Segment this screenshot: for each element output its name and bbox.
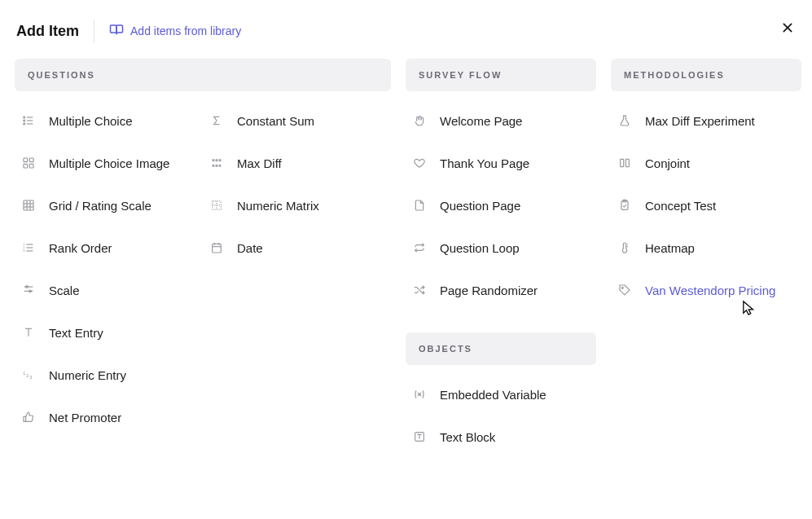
item-label: Multiple Choice: [49, 114, 133, 128]
svg-point-2: [24, 117, 25, 118]
numbers-icon: 123: [21, 367, 36, 382]
item-label: Concept Test: [645, 199, 716, 213]
questions-right-col: Constant Sum Max Diff Numeric Matrix: [203, 99, 391, 438]
flow-list: Welcome Page Thank You Page Question Pag…: [406, 99, 596, 311]
item-page-randomizer[interactable]: Page Randomizer: [406, 269, 596, 311]
item-max-diff[interactable]: Max Diff: [203, 142, 391, 184]
item-numeric-matrix[interactable]: Numeric Matrix: [203, 184, 391, 227]
modal-header: Add Item Add items from library: [0, 0, 812, 59]
svg-rect-9: [29, 158, 33, 162]
item-rank-order[interactable]: 123 Rank Order: [15, 227, 203, 269]
flask-icon: [617, 113, 632, 128]
item-numeric-entry[interactable]: 123 Numeric Entry: [15, 354, 203, 396]
item-scale[interactable]: Scale: [15, 269, 203, 311]
columns-container: QUESTIONS Multiple Choice Multiple Choic…: [0, 59, 812, 458]
svg-point-35: [213, 165, 214, 166]
close-button[interactable]: [779, 21, 796, 37]
modal-title: Add Item: [16, 23, 79, 40]
columns-icon: [617, 156, 632, 170]
image-grid-icon: [21, 156, 36, 170]
svg-rect-51: [625, 159, 629, 166]
grid-icon: [21, 198, 36, 213]
questions-header: QUESTIONS: [15, 59, 391, 91]
item-label: Embedded Variable: [440, 388, 546, 402]
item-label: Numeric Matrix: [237, 199, 319, 213]
thumbs-up-icon: [21, 410, 36, 424]
svg-point-6: [24, 123, 25, 125]
item-label: Question Page: [440, 199, 520, 213]
item-van-westendorp[interactable]: Van Westendorp Pricing: [611, 269, 801, 311]
compare-icon: [209, 156, 224, 170]
svg-rect-12: [24, 200, 33, 210]
sigma-icon: [209, 113, 224, 128]
page-icon: [412, 198, 427, 213]
item-thank-you-page[interactable]: Thank You Page: [406, 142, 596, 184]
item-label: Scale: [49, 284, 80, 297]
heart-icon: [412, 156, 427, 170]
item-date[interactable]: Date: [203, 227, 391, 269]
item-label: Constant Sum: [237, 114, 314, 128]
questions-grid: Multiple Choice Multiple Choice Image Gr…: [15, 99, 391, 438]
variable-icon: [412, 387, 427, 402]
list-check-icon: [21, 113, 36, 128]
item-welcome-page[interactable]: Welcome Page: [406, 99, 596, 142]
objects-list: Embedded Variable Text Block: [406, 373, 596, 458]
flow-header: SURVEY FLOW: [406, 59, 596, 91]
item-multiple-choice-image[interactable]: Multiple Choice Image: [15, 142, 203, 184]
svg-rect-50: [621, 159, 624, 166]
item-text-entry[interactable]: Text Entry: [15, 311, 203, 354]
item-label: Numeric Entry: [49, 368, 126, 382]
price-tag-icon: [617, 283, 632, 297]
ordered-list-icon: 123: [21, 240, 36, 255]
item-label: Date: [237, 241, 263, 255]
item-heatmap[interactable]: Heatmap: [611, 227, 801, 269]
header-divider: [94, 20, 94, 42]
svg-point-36: [216, 165, 217, 166]
item-label: Net Promoter: [49, 411, 121, 424]
item-question-page[interactable]: Question Page: [406, 184, 596, 227]
item-label: Van Westendorp Pricing: [645, 284, 775, 297]
item-net-promoter[interactable]: Net Promoter: [15, 396, 203, 438]
item-label: Multiple Choice Image: [49, 156, 169, 170]
item-label: Text Block: [440, 430, 495, 444]
item-conjoint[interactable]: Conjoint: [611, 142, 801, 184]
svg-text:3: 3: [29, 375, 32, 380]
shuffle-icon: [412, 283, 427, 297]
calendar-icon: [209, 240, 224, 255]
item-label: Page Randomizer: [440, 284, 538, 297]
item-text-block[interactable]: Text Block: [406, 416, 596, 458]
flow-column: SURVEY FLOW Welcome Page Thank You Page …: [406, 59, 596, 458]
objects-header: OBJECTS: [406, 332, 596, 365]
svg-point-4: [24, 120, 25, 121]
text-block-icon: [412, 429, 427, 444]
svg-point-34: [219, 160, 221, 161]
item-label: Thank You Page: [440, 156, 529, 170]
svg-text:1: 1: [23, 371, 25, 376]
questions-column: QUESTIONS Multiple Choice Multiple Choic…: [15, 59, 391, 458]
svg-text:3: 3: [23, 249, 25, 253]
item-label: Welcome Page: [440, 114, 522, 128]
item-maxdiff-experiment[interactable]: Max Diff Experiment: [611, 99, 801, 142]
close-icon: [781, 21, 794, 37]
svg-point-56: [621, 287, 623, 288]
item-embedded-variable[interactable]: Embedded Variable: [406, 373, 596, 416]
methodologies-list: Max Diff Experiment Conjoint Concept Tes…: [611, 99, 801, 311]
svg-point-37: [219, 165, 221, 166]
item-constant-sum[interactable]: Constant Sum: [203, 99, 391, 142]
svg-point-33: [216, 160, 217, 161]
item-grid-rating[interactable]: Grid / Rating Scale: [15, 184, 203, 227]
item-question-loop[interactable]: Question Loop: [406, 227, 596, 269]
item-label: Max Diff Experiment: [645, 114, 755, 128]
sliders-icon: [21, 283, 36, 297]
questions-left-col: Multiple Choice Multiple Choice Image Gr…: [15, 99, 203, 438]
item-label: Grid / Rating Scale: [49, 199, 151, 213]
add-from-library-link[interactable]: Add items from library: [109, 23, 241, 40]
item-multiple-choice[interactable]: Multiple Choice: [15, 99, 203, 142]
item-label: Conjoint: [645, 156, 690, 170]
item-label: Rank Order: [49, 241, 112, 255]
item-label: Heatmap: [645, 241, 695, 255]
thermometer-icon: [617, 240, 632, 255]
item-concept-test[interactable]: Concept Test: [611, 184, 801, 227]
loop-icon: [412, 240, 427, 255]
svg-rect-10: [24, 164, 28, 168]
